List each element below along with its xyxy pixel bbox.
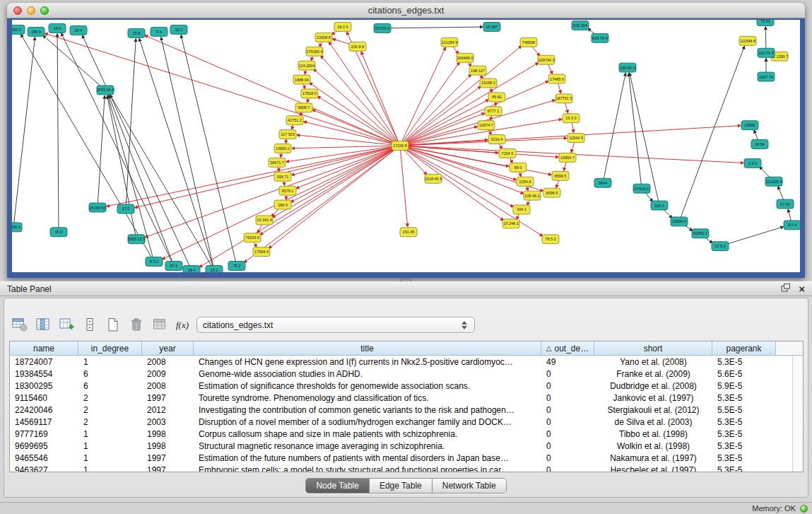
table-row[interactable]: 911546021997Tourette syndrome. Phenomeno… [10,392,792,404]
graph-node[interactable]: 22608 8 [315,33,332,42]
graph-node[interactable]: 151 45 [400,228,417,237]
graph-node[interactable]: 16 1 [206,266,223,272]
graph-node[interactable]: 15 8 [128,28,145,37]
graph-node[interactable]: 186 0 [28,27,45,36]
graph-node[interactable]: 121254 9 [441,37,458,47]
close-panel-icon[interactable]: × [799,284,805,294]
graph-node[interactable]: 78 5 2 [542,235,559,244]
graph-node[interactable]: 15 0 [50,228,67,237]
graph-node[interactable]: 17818 0 [301,89,318,98]
graph-node[interactable]: 67 20 [777,199,794,209]
graph-node[interactable]: 9644 [594,178,611,187]
graph-node[interactable]: 166 82 4 [619,63,636,72]
graph-node[interactable]: 306 71 [274,172,291,181]
graph-node[interactable]: 9579 1 [279,186,296,195]
graph-node[interactable]: 816 304 [572,21,589,30]
edit-column-icon[interactable] [57,315,76,334]
graph-node[interactable]: 18 4 [183,266,200,272]
column-header-name[interactable]: name [10,341,78,356]
graph-node[interactable]: 2053 10 0 [97,86,114,95]
column-header-out_de[interactable]: △out_de… [541,341,594,356]
table-row[interactable]: 1872400712008Changes of HCN gene express… [10,356,792,368]
graph-node[interactable]: 166409 0 [457,53,473,62]
graph-node[interactable]: 9808 7 [295,103,312,112]
graph-node[interactable]: 15 3 0 [563,114,579,123]
network-canvas[interactable]: 17240 822608 818 2 0176183 4124 20041888… [12,20,800,272]
graph-node[interactable]: 18535 2 [12,223,22,232]
graph-node[interactable]: 111548 8 [739,36,756,45]
table-row[interactable]: 946554611997Estimation of the future num… [10,452,792,464]
graph-node[interactable]: 1518 45 5 [425,174,442,183]
graph-node[interactable]: 75 03 [757,20,774,25]
graph-node[interactable]: 15 248 1 [502,219,519,228]
graph-node[interactable]: 15158 2 [480,78,497,88]
graph-node[interactable]: 12 5 0 [712,242,729,251]
graph-node[interactable]: 76234 0 [244,233,261,243]
table-row[interactable]: 2242004622012Investigating the contribut… [10,404,792,416]
table-row[interactable]: 1938455462009Genome-wide association stu… [10,368,792,380]
new-table-icon[interactable] [103,315,123,334]
table-row[interactable]: 1456911722003Disruption of a novel membe… [10,416,792,428]
graph-node[interactable]: 17594 4 [253,247,270,257]
network-window-titlebar[interactable]: citations_edges.txt [7,3,805,18]
graph-node[interactable]: 10674 7 [478,121,495,130]
graph-node[interactable]: 16954 7 [559,153,576,162]
graph-node[interactable]: 200 8 8 [349,42,366,51]
column-header-year[interactable]: year [142,341,194,356]
graph-node[interactable]: 162 73 4 [758,48,775,57]
delete-table-icon[interactable] [126,315,146,334]
table-options-icon[interactable] [10,315,30,334]
float-panel-icon[interactable] [781,284,790,294]
graph-node[interactable]: 55723 8 [374,23,391,33]
table-row[interactable]: 969969511998Structural magnetic resonanc… [10,440,792,452]
zoom-window-button[interactable] [40,6,49,15]
graph-node[interactable]: 5905 13 5 [128,235,145,244]
graph-node[interactable]: 1888 04 [293,75,310,84]
graph-node[interactable]: 57 0 [165,262,182,271]
column-header-title[interactable]: title [194,341,541,356]
graph-node[interactable]: 9 4 [151,27,167,36]
graph-node[interactable]: 18 2 [170,25,187,34]
graph-node[interactable]: 8096 5 [543,188,560,197]
graph-node[interactable]: 829 70 4 [592,33,608,42]
graph-node[interactable]: 16 54 [751,140,768,149]
graph-node[interactable]: 17 0 [117,204,134,214]
graph-node[interactable]: 187751 5 [555,94,572,103]
graph-node[interactable]: 117 303 [279,130,296,139]
graph-node[interactable]: 16 341 4 [256,216,273,225]
graph-node[interactable]: 1 8 2 [744,158,761,168]
table-row[interactable]: 977716911998Corpus callosum shape and si… [10,428,792,440]
table-scrollbar[interactable] [792,356,803,472]
graph-node[interactable]: 9777 1 [485,107,502,116]
graph-node[interactable]: 8599 5 [552,171,569,180]
graph-node[interactable]: 105 49 2 [524,191,541,200]
column-header-short[interactable]: short [594,341,712,356]
function-builder-icon[interactable]: f(x) [173,315,193,334]
graph-node[interactable]: 85 82 [488,93,505,102]
graph-node[interactable]: 25160 50 [89,203,106,212]
column-header-in_degree[interactable]: in_degree [78,341,142,356]
graph-node[interactable]: 11544 9 [567,134,584,143]
graph-node[interactable]: 18 6 [49,23,66,33]
graph-node[interactable]: 18 2 0 [334,22,351,31]
graph-node[interactable]: 67919 0 [633,184,650,193]
graph-node[interactable]: 186 0 [274,200,291,209]
graph-node[interactable]: 198 127 [469,66,486,75]
graph-node[interactable]: 42751 2 [286,116,303,125]
graph-node[interactable]: 92450 2 [692,229,709,238]
graph-node[interactable]: 164 1 [513,205,530,214]
graph-node[interactable]: 916 2 [651,201,668,210]
tab-network-table[interactable]: Network Table [433,479,506,493]
graph-node[interactable]: 166 3 [12,25,25,34]
graph-node[interactable]: 748508 [520,37,537,47]
graph-node[interactable]: 17240 8 [392,141,408,151]
graph-node[interactable]: 3216 4 [488,135,505,144]
close-window-button[interactable] [13,6,22,15]
column-header-pagerank[interactable]: pagerank [712,341,776,356]
graph-node[interactable]: 15 4 [70,25,87,35]
graph-node[interactable]: 75 2 [228,262,245,271]
row-options-icon[interactable] [80,315,100,334]
graph-node[interactable]: 1827 74 [758,72,775,81]
graph-node[interactable]: 89 0 [510,163,526,172]
minimize-window-button[interactable] [27,6,35,15]
